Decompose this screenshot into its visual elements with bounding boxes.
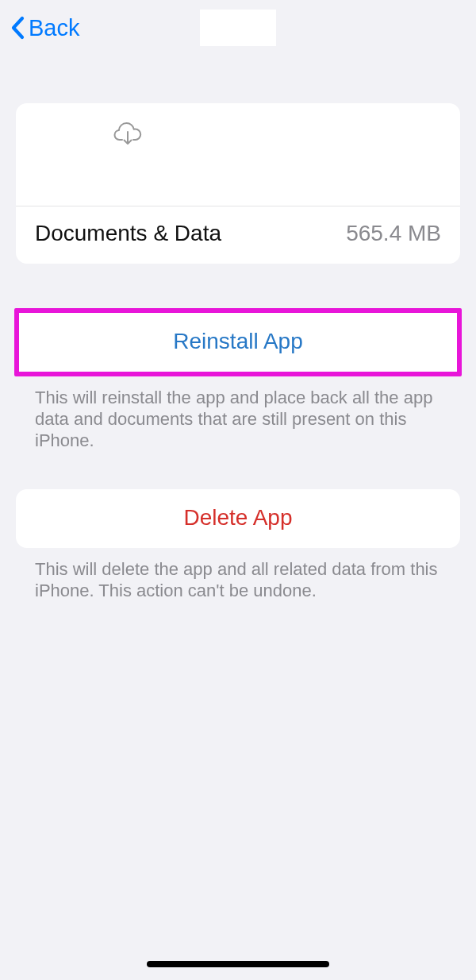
- chevron-left-icon: [10, 15, 25, 41]
- cloud-download-icon: [113, 121, 143, 149]
- delete-description: This will delete the app and all related…: [16, 548, 460, 602]
- reinstall-highlight: Reinstall App: [14, 308, 462, 376]
- app-info-card: Documents & Data 565.4 MB: [16, 103, 460, 264]
- reinstall-app-button[interactable]: Reinstall App: [19, 313, 457, 372]
- reinstall-section: Reinstall App This will reinstall the ap…: [16, 308, 460, 451]
- delete-section: Delete App This will delete the app and …: [16, 489, 460, 602]
- documents-data-row[interactable]: Documents & Data 565.4 MB: [16, 206, 460, 264]
- back-button[interactable]: Back: [10, 15, 79, 41]
- content-area: Documents & Data 565.4 MB Reinstall App …: [0, 56, 476, 602]
- documents-data-value: 565.4 MB: [346, 221, 441, 246]
- back-label: Back: [29, 15, 79, 41]
- nav-bar: Back: [0, 0, 476, 56]
- title-mask: [200, 10, 276, 46]
- documents-data-label: Documents & Data: [35, 221, 221, 246]
- home-indicator[interactable]: [147, 961, 329, 967]
- reinstall-description: This will reinstall the app and place ba…: [16, 376, 460, 451]
- delete-app-button[interactable]: Delete App: [16, 489, 460, 548]
- app-header-row[interactable]: [16, 103, 460, 206]
